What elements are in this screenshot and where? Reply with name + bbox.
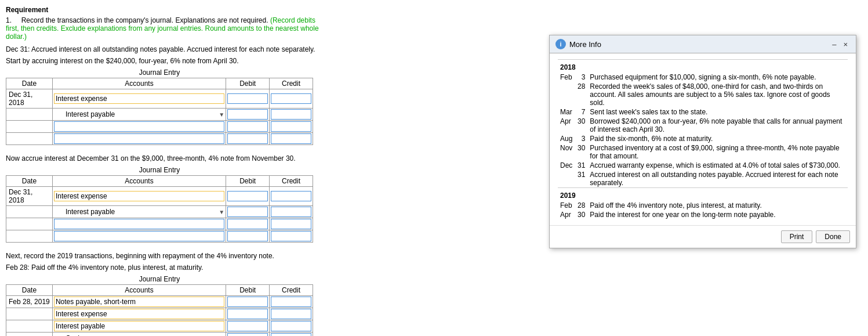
credit-cell[interactable] bbox=[270, 89, 313, 109]
debit-input[interactable] bbox=[227, 133, 268, 144]
debit-cell[interactable] bbox=[226, 333, 270, 337]
dropdown-arrow-icon[interactable]: ▼ bbox=[219, 209, 224, 215]
credit-cell[interactable] bbox=[270, 308, 313, 320]
credit-cell[interactable] bbox=[270, 206, 313, 218]
credit-input[interactable] bbox=[271, 309, 311, 319]
debit-input[interactable] bbox=[227, 321, 268, 331]
debit-input[interactable] bbox=[227, 309, 268, 319]
debit-input[interactable] bbox=[227, 191, 268, 201]
debit-cell[interactable] bbox=[226, 89, 270, 109]
debit-cell[interactable] bbox=[226, 308, 270, 320]
debit-cell[interactable] bbox=[226, 296, 270, 308]
dropdown-arrow-icon[interactable]: ▼ bbox=[219, 111, 224, 118]
debit-input[interactable] bbox=[227, 121, 268, 132]
entry-text-cell: Borrowed $240,000 on a four-year, 6% not… bbox=[587, 117, 848, 134]
credit-cell[interactable] bbox=[270, 133, 313, 145]
debit-cell[interactable] bbox=[226, 230, 270, 243]
done-button[interactable]: Done bbox=[816, 230, 850, 243]
date-cell bbox=[6, 206, 53, 218]
month-cell bbox=[558, 82, 575, 107]
credit-input[interactable] bbox=[271, 219, 311, 229]
credit-input[interactable] bbox=[271, 133, 311, 144]
credit-cell[interactable] bbox=[270, 230, 313, 243]
credit-input[interactable] bbox=[271, 121, 311, 132]
year-row-2018: 2018 bbox=[558, 60, 848, 73]
account-input[interactable] bbox=[54, 133, 224, 144]
debit-cell[interactable] bbox=[226, 218, 270, 230]
table-row bbox=[6, 218, 313, 230]
journal-entry-3: Journal Entry Date Accounts Debit Credit… bbox=[6, 275, 313, 336]
modal-title: More Info bbox=[569, 40, 601, 49]
account-cell[interactable] bbox=[52, 89, 226, 109]
credit-input[interactable] bbox=[271, 321, 311, 331]
account-cell[interactable] bbox=[52, 230, 226, 243]
account-input[interactable] bbox=[54, 121, 224, 132]
credit-cell[interactable] bbox=[270, 296, 313, 308]
debit-cell[interactable] bbox=[226, 320, 270, 333]
credit-cell[interactable] bbox=[270, 109, 313, 121]
account-cell[interactable] bbox=[52, 218, 226, 230]
account-input[interactable] bbox=[54, 191, 224, 201]
col-header-date-2: Date bbox=[6, 176, 53, 187]
debit-cell[interactable] bbox=[226, 206, 270, 218]
credit-cell[interactable] bbox=[270, 218, 313, 230]
credit-input[interactable] bbox=[271, 333, 311, 336]
credit-cell[interactable] bbox=[270, 187, 313, 206]
debit-input[interactable] bbox=[227, 231, 268, 241]
table-row: ▼ bbox=[6, 109, 313, 121]
account-cell[interactable] bbox=[52, 320, 226, 333]
day-cell: 31 bbox=[575, 170, 587, 188]
account-input[interactable] bbox=[54, 231, 224, 241]
account-cell[interactable]: ▼ bbox=[52, 206, 226, 218]
account-input[interactable] bbox=[54, 93, 224, 104]
account-cell[interactable] bbox=[52, 296, 226, 308]
account-input[interactable] bbox=[54, 207, 219, 216]
day-cell: 31 bbox=[575, 161, 587, 170]
table-row: Feb 28, 2019 bbox=[6, 296, 313, 308]
debit-cell[interactable] bbox=[226, 187, 270, 206]
credit-input[interactable] bbox=[271, 231, 311, 241]
account-cell[interactable]: ▼ bbox=[52, 333, 226, 337]
account-input[interactable] bbox=[54, 334, 219, 336]
section-intro: Dec 31: Accrued interest on all outstand… bbox=[6, 45, 319, 53]
debit-cell[interactable] bbox=[226, 133, 270, 145]
credit-input[interactable] bbox=[271, 93, 311, 104]
debit-input[interactable] bbox=[227, 93, 268, 104]
account-cell[interactable] bbox=[52, 308, 226, 320]
month-cell: Apr bbox=[558, 117, 575, 134]
account-cell[interactable] bbox=[52, 187, 226, 206]
account-cell[interactable] bbox=[52, 121, 226, 133]
credit-input[interactable] bbox=[271, 109, 311, 120]
credit-input[interactable] bbox=[271, 191, 311, 201]
account-input[interactable] bbox=[54, 321, 224, 331]
account-input[interactable] bbox=[54, 110, 219, 119]
journal-entry-2: Journal Entry Date Accounts Debit Credit… bbox=[6, 166, 313, 243]
entry-text-cell: Accrued warranty expense, which is estim… bbox=[587, 161, 848, 170]
minimize-button[interactable]: – bbox=[830, 40, 838, 49]
account-input[interactable] bbox=[54, 297, 224, 307]
debit-input[interactable] bbox=[227, 297, 268, 307]
debit-cell[interactable] bbox=[226, 109, 270, 121]
credit-input[interactable] bbox=[271, 207, 311, 217]
debit-cell[interactable] bbox=[226, 121, 270, 133]
day-cell: 30 bbox=[575, 117, 587, 134]
debit-input[interactable] bbox=[227, 333, 268, 336]
table-row bbox=[6, 320, 313, 333]
account-cell[interactable] bbox=[52, 133, 226, 145]
account-input[interactable] bbox=[54, 309, 224, 319]
account-input[interactable] bbox=[54, 219, 224, 229]
requirement-main-text: Record the transactions in the company's… bbox=[21, 16, 268, 24]
account-cell[interactable]: ▼ bbox=[52, 109, 226, 121]
credit-cell[interactable] bbox=[270, 333, 313, 337]
entry-text-cell: Purchased inventory at a cost of $9,000,… bbox=[587, 143, 848, 161]
modal-header-controls: – × bbox=[830, 40, 850, 49]
credit-input[interactable] bbox=[271, 297, 311, 307]
table-row: 31 Accrued interest on all outstanding n… bbox=[558, 170, 848, 188]
credit-cell[interactable] bbox=[270, 320, 313, 333]
print-button[interactable]: Print bbox=[781, 230, 813, 243]
debit-input[interactable] bbox=[227, 219, 268, 229]
close-button[interactable]: × bbox=[841, 40, 850, 49]
credit-cell[interactable] bbox=[270, 121, 313, 133]
debit-input[interactable] bbox=[227, 109, 268, 120]
debit-input[interactable] bbox=[227, 207, 268, 217]
